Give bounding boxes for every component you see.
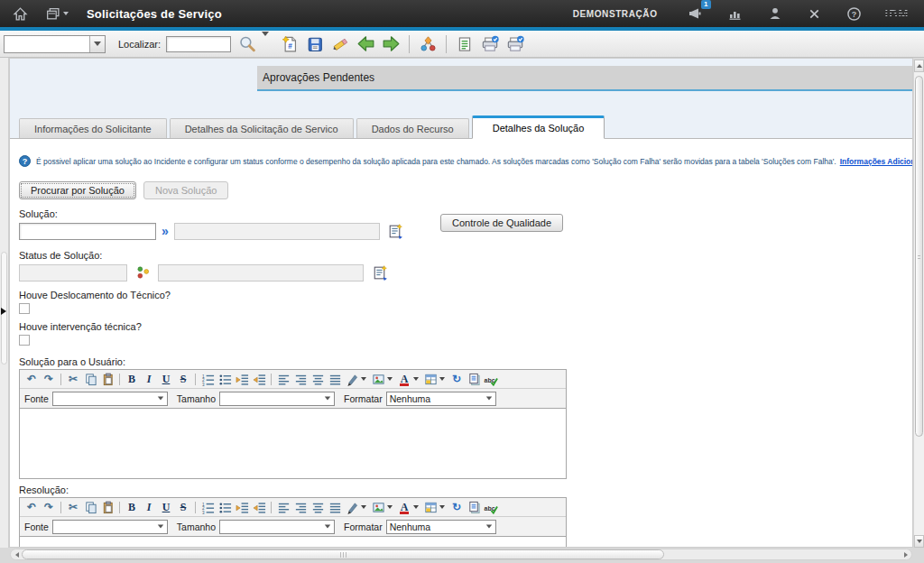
source-icon[interactable]: ↻: [448, 372, 465, 387]
solution-description-input[interactable]: [174, 223, 380, 240]
font-color-caret[interactable]: [413, 377, 419, 381]
signout-icon[interactable]: [806, 5, 824, 23]
italic-icon[interactable]: I: [141, 500, 157, 515]
goto-detail-chevron-icon[interactable]: »: [162, 225, 169, 237]
vertical-scrollbar[interactable]: [913, 60, 924, 548]
insert-image-caret[interactable]: [387, 505, 393, 509]
insert-image-icon[interactable]: [370, 500, 386, 515]
go-to-applications-menu[interactable]: [45, 6, 69, 22]
long-description-icon[interactable]: [385, 221, 405, 241]
bullet-list-icon[interactable]: [217, 500, 233, 515]
underline-icon[interactable]: U: [158, 372, 174, 387]
size-select[interactable]: [219, 392, 335, 406]
align-right-icon[interactable]: [292, 500, 309, 515]
align-right-icon[interactable]: [292, 372, 309, 387]
size-select[interactable]: [219, 520, 335, 534]
cut-icon[interactable]: ✂: [65, 500, 81, 515]
long-description-icon[interactable]: [369, 263, 389, 282]
highlight-color-icon[interactable]: [422, 500, 439, 515]
insert-link-caret[interactable]: [361, 377, 366, 381]
start-center-chart-icon[interactable]: [726, 5, 744, 23]
next-record-icon[interactable]: [381, 34, 401, 54]
search-icon[interactable]: [236, 34, 256, 54]
home-icon[interactable]: [11, 5, 29, 23]
tab-detalhes-da-solicitacao[interactable]: Detalhes da Solicitação de Servico: [170, 118, 354, 138]
strikethrough-icon[interactable]: S: [175, 372, 191, 387]
tab-dados-do-recurso[interactable]: Dados do Recurso: [356, 118, 469, 138]
paste-icon[interactable]: [99, 500, 116, 515]
insert-image-caret[interactable]: [387, 377, 393, 381]
technical-intervention-checkbox[interactable]: [19, 335, 30, 346]
font-color-caret[interactable]: [413, 505, 419, 509]
format-select[interactable]: Nenhuma: [386, 392, 496, 406]
announcements-icon[interactable]: 1: [687, 5, 705, 23]
search-solution-button[interactable]: Procurar por Solução: [19, 181, 136, 199]
italic-icon[interactable]: I: [141, 372, 157, 387]
insert-link-icon[interactable]: [344, 500, 360, 515]
quick-insert-caret[interactable]: [89, 36, 105, 52]
copy-icon[interactable]: [82, 500, 98, 515]
clear-changes-icon[interactable]: [330, 34, 350, 54]
resolution-textarea[interactable]: [20, 537, 566, 548]
font-color-icon[interactable]: A: [396, 372, 412, 387]
search-menu-caret[interactable]: [262, 36, 269, 52]
format-select[interactable]: Nenhuma: [386, 520, 496, 534]
align-left-icon[interactable]: [275, 500, 291, 515]
print-with-attachments-icon[interactable]: [505, 34, 525, 54]
vertical-scroll-thumb[interactable]: [915, 76, 923, 437]
align-center-icon[interactable]: [310, 500, 326, 515]
indent-icon[interactable]: [234, 372, 250, 387]
undo-icon[interactable]: ↶: [23, 500, 40, 515]
workflow-route-icon[interactable]: [418, 34, 438, 54]
bold-icon[interactable]: B: [124, 500, 140, 515]
copy-icon[interactable]: [82, 372, 98, 387]
insert-link-caret[interactable]: [361, 505, 366, 509]
tab-informacoes-do-solicitante[interactable]: Informações do Solicitante: [19, 118, 167, 138]
insert-image-icon[interactable]: [370, 372, 386, 387]
solution-input[interactable]: [19, 223, 156, 240]
paste-from-word-icon[interactable]: [466, 500, 482, 515]
font-color-icon[interactable]: A: [396, 500, 412, 515]
scroll-down-button[interactable]: [914, 535, 924, 548]
spellcheck-icon[interactable]: abc: [483, 500, 499, 515]
new-solution-button[interactable]: Nova Solução: [143, 181, 229, 199]
bullet-list-icon[interactable]: [217, 372, 233, 387]
additional-information-link[interactable]: Informações Adicionais: [840, 157, 912, 166]
font-select[interactable]: [52, 392, 168, 406]
align-left-icon[interactable]: [275, 372, 291, 387]
horizontal-scroll-thumb[interactable]: [22, 549, 664, 559]
solution-status-input[interactable]: [19, 264, 127, 282]
align-center-icon[interactable]: [310, 372, 326, 387]
cut-icon[interactable]: ✂: [65, 372, 81, 387]
insert-link-icon[interactable]: [344, 372, 360, 387]
scroll-up-button[interactable]: [914, 60, 924, 72]
paste-icon[interactable]: [99, 372, 116, 387]
profile-icon[interactable]: [766, 5, 784, 23]
select-value-icon[interactable]: [133, 263, 152, 282]
user-solution-textarea[interactable]: [20, 409, 566, 478]
ordered-list-icon[interactable]: 123: [199, 372, 216, 387]
reports-icon[interactable]: [455, 34, 475, 54]
strikethrough-icon[interactable]: S: [175, 500, 191, 515]
font-select[interactable]: [52, 520, 168, 534]
save-icon[interactable]: [305, 34, 325, 54]
help-icon[interactable]: ?: [845, 5, 864, 23]
quality-control-button[interactable]: Controle de Qualidade: [440, 214, 563, 232]
quick-insert-select[interactable]: [4, 35, 106, 53]
underline-icon[interactable]: U: [158, 500, 174, 515]
highlight-color-icon[interactable]: [422, 372, 439, 387]
expand-panel-arrow-icon[interactable]: [1, 308, 6, 315]
technician-displacement-checkbox[interactable]: [19, 303, 30, 314]
outdent-icon[interactable]: [251, 500, 267, 515]
highlight-color-caret[interactable]: [439, 377, 445, 381]
tab-detalhes-da-solucao[interactable]: Detalhes da Solução: [472, 115, 605, 139]
new-record-icon[interactable]: #: [280, 34, 300, 54]
scroll-right-button[interactable]: [900, 549, 911, 559]
source-icon[interactable]: ↻: [448, 500, 465, 515]
justify-icon[interactable]: [327, 500, 343, 515]
bold-icon[interactable]: B: [124, 372, 140, 387]
horizontal-scrollbar[interactable]: [10, 549, 912, 560]
solution-status-description-input[interactable]: [158, 264, 364, 282]
undo-icon[interactable]: ↶: [23, 372, 40, 387]
redo-icon[interactable]: ↷: [41, 500, 57, 515]
